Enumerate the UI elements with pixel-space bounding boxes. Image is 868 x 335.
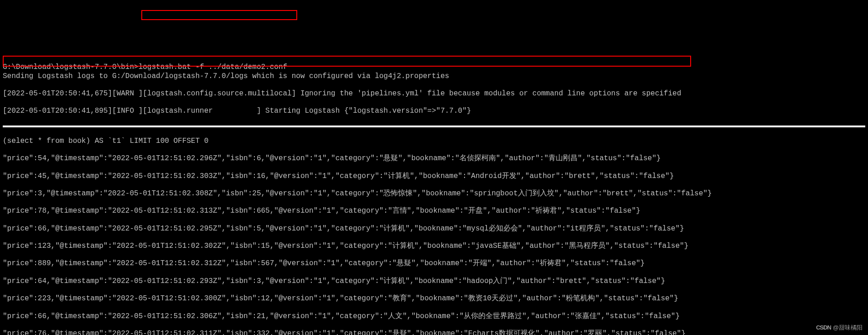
json-record: "price":123,"@timestamp":"2022-05-01T12:… [3,242,865,251]
json-record: "price":76,"@timestamp":"2022-05-01T12:5… [3,330,865,335]
watermark: CSDN @甜味橘阳 [816,324,863,331]
log-line: Sending Logstash logs to G:/Download/log… [3,72,865,81]
blank-line [3,46,865,54]
json-record: "price":78,"@timestamp":"2022-05-01T12:5… [3,207,865,215]
prompt-command: logstash.bat -f ../data/demo2.conf [139,63,287,71]
json-record: "price":66,"@timestamp":"2022-05-01T12:5… [3,225,865,233]
watermark-user: @甜味橘阳 [833,324,863,331]
prompt-path: G:\Download\logstash-7.7.0\bin> [3,63,139,71]
watermark-brand: CSDN [816,324,831,331]
terminal-output[interactable]: G:\Download\logstash-7.7.0\bin>logstash.… [0,35,868,335]
annotation-highlight-command [141,10,297,20]
divider [3,126,865,127]
log-line: [2022-05-01T20:50:41,675][WARN ][logstas… [3,89,865,98]
log-line: [2022-05-01T20:50:41,895][INFO ][logstas… [3,107,865,115]
json-record: "price":64,"@timestamp":"2022-05-01T12:5… [3,277,865,286]
sql-line: (select * from book) AS `t1` LIMIT 100 O… [3,137,865,146]
json-record: "price":3,"@timestamp":"2022-05-01T12:51… [3,189,865,198]
json-record: "price":223,"@timestamp":"2022-05-01T12:… [3,294,865,303]
json-record: "price":889,"@timestamp":"2022-05-01T12:… [3,259,865,268]
json-record: "price":45,"@timestamp":"2022-05-01T12:5… [3,172,865,181]
json-record: "price":54,"@timestamp":"2022-05-01T12:5… [3,154,865,163]
json-record: "price":66,"@timestamp":"2022-05-01T12:5… [3,312,865,321]
